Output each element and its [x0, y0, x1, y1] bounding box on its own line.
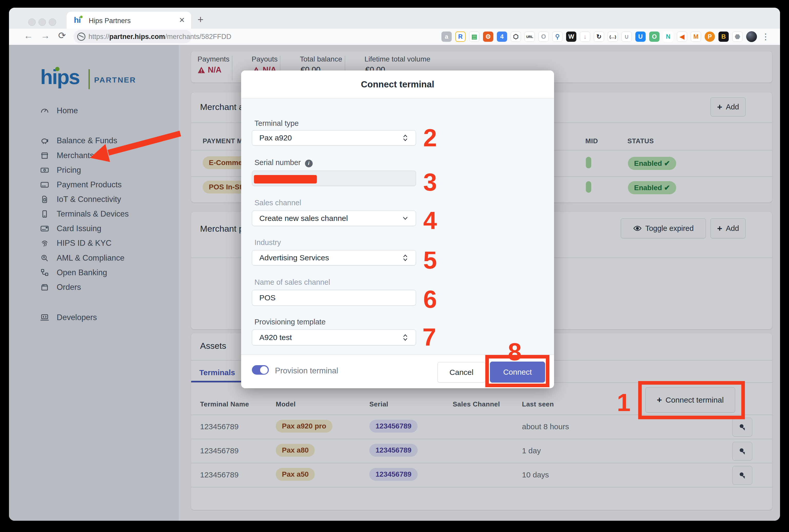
select-stepper-icon: [402, 133, 409, 142]
screenshot-root: hi Hips Partners ✕ + ← → ⟳ https://partn…: [0, 0, 789, 532]
extension-icon[interactable]: ↓: [580, 32, 590, 42]
browser-tabstrip: hi Hips Partners ✕ +: [9, 8, 780, 29]
extension-icon[interactable]: P: [704, 32, 715, 42]
extension-icon[interactable]: ⬡: [511, 32, 521, 42]
extension-icon[interactable]: ⚲: [552, 32, 563, 42]
channel-name-label: Name of sales channel: [254, 278, 330, 286]
chevron-down-icon: [402, 214, 409, 223]
extension-icon[interactable]: URL: [525, 32, 535, 42]
info-icon[interactable]: i: [305, 160, 313, 167]
step-number-7: 7: [422, 325, 436, 349]
step-number-3: 3: [423, 170, 437, 194]
extension-icon[interactable]: ⚙: [483, 32, 493, 42]
page: hips PARTNER Home Balance & Funds Mercha…: [9, 45, 780, 521]
select-stepper-icon: [402, 333, 409, 342]
forward-icon[interactable]: →: [41, 30, 50, 41]
terminal-type-label: Terminal type: [254, 119, 298, 128]
hips-favicon-icon: hi: [74, 15, 80, 25]
sales-channel-label: Sales channel: [254, 198, 301, 207]
provisioning-template-label: Provisioning template: [254, 318, 326, 326]
annotation-box-connect: [485, 355, 549, 387]
extension-icon[interactable]: 4: [497, 32, 507, 42]
step-number-1: 1: [617, 390, 630, 415]
extension-icon[interactable]: U: [635, 32, 646, 42]
step-number-6: 6: [423, 287, 437, 311]
tab-title: Hips Partners: [89, 17, 131, 25]
serial-redaction: [254, 175, 317, 184]
reload-icon[interactable]: ⟳: [58, 30, 66, 41]
modal-header: Connect terminal: [241, 71, 554, 98]
industry-label: Industry: [254, 238, 281, 247]
annotation-box-connect-terminal: [638, 381, 745, 419]
browser-tab[interactable]: hi Hips Partners ✕: [67, 12, 191, 29]
select-stepper-icon: [402, 253, 409, 262]
url-text: https://partner.hips.com/merchants/582FF…: [89, 33, 231, 41]
new-tab-button[interactable]: +: [198, 14, 203, 25]
cancel-button[interactable]: Cancel: [437, 362, 485, 383]
extension-icon[interactable]: B: [718, 32, 729, 42]
modal-title: Connect terminal: [361, 79, 434, 90]
browser-window: hi Hips Partners ✕ + ← → ⟳ https://partn…: [9, 8, 780, 521]
window-zoom-button[interactable]: [49, 18, 56, 26]
extension-icon[interactable]: ◀: [677, 32, 687, 42]
extension-icon[interactable]: O: [538, 32, 549, 42]
channel-name-input[interactable]: POS: [252, 290, 416, 306]
back-icon[interactable]: ←: [24, 30, 33, 41]
window-close-button[interactable]: [28, 18, 36, 26]
extension-icon[interactable]: ▤: [469, 32, 479, 42]
step-number-5: 5: [423, 248, 437, 272]
extension-icon[interactable]: {…}: [608, 32, 618, 42]
provisioning-template-select[interactable]: A920 test: [252, 329, 416, 345]
step-number-4: 4: [423, 208, 437, 233]
browser-toolbar: ← → ⟳ https://partner.hips.com/merchants…: [9, 29, 780, 45]
extension-icon[interactable]: ∪: [622, 32, 632, 42]
extension-icon[interactable]: M: [691, 32, 701, 42]
sales-channel-select[interactable]: Create new sales channel: [252, 211, 416, 226]
browser-menu-icon[interactable]: ⋮: [762, 32, 770, 41]
extension-icon[interactable]: N: [663, 32, 673, 42]
extension-icon[interactable]: a: [441, 32, 452, 42]
tab-close-icon[interactable]: ✕: [179, 16, 185, 24]
extension-icon[interactable]: ↻: [594, 32, 604, 42]
provision-terminal-label: Provision terminal: [275, 366, 338, 376]
extension-icon[interactable]: R: [455, 32, 465, 42]
provision-terminal-toggle[interactable]: [252, 365, 269, 375]
extension-icon[interactable]: ⬣: [732, 32, 742, 42]
profile-avatar[interactable]: [746, 31, 757, 42]
step-number-2: 2: [423, 126, 437, 150]
terminal-type-select[interactable]: Pax a920: [252, 130, 416, 146]
extension-icon[interactable]: W: [566, 32, 576, 42]
site-info-icon[interactable]: [77, 33, 86, 41]
industry-select[interactable]: Advertising Services: [252, 250, 416, 265]
extensions-row: a R ▤ ⚙ 4 ⬡ URL O ⚲ W ↓ ↻ {…} ∪ U O N ◀ …: [441, 31, 770, 42]
connect-terminal-modal: Connect terminal Terminal type Pax a920 …: [241, 71, 554, 388]
window-minimize-button[interactable]: [38, 18, 46, 26]
address-bar[interactable]: https://partner.hips.com/merchants/582FF…: [74, 30, 191, 43]
serial-number-label: Serial numberi: [254, 158, 313, 167]
extension-icon[interactable]: O: [649, 32, 659, 42]
